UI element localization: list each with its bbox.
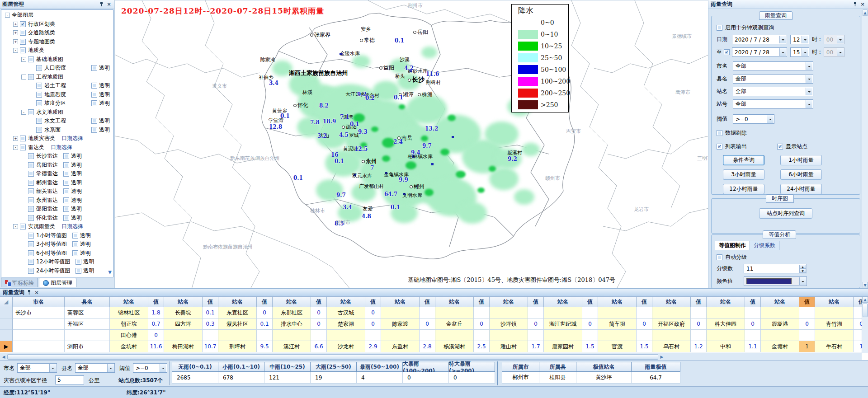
layer-checkbox[interactable] xyxy=(28,171,34,177)
cell-station-value[interactable]: 0 xyxy=(854,318,862,330)
col-header-value[interactable]: 值 xyxy=(420,297,435,307)
col-header-value[interactable]: 值 xyxy=(528,297,544,307)
spin-up-icon[interactable]: ▲ xyxy=(799,265,806,269)
cell-station-value[interactable]: 11.6 xyxy=(148,341,164,352)
cell-station-name[interactable]: 湘江世纪城 xyxy=(544,318,582,330)
cell-station-value[interactable]: 1 xyxy=(799,341,815,352)
col-header-station[interactable]: 站名 xyxy=(815,297,854,307)
col-header-value[interactable]: 值 xyxy=(799,297,815,307)
collapse-icon[interactable]: - xyxy=(5,13,10,18)
layer-checkbox[interactable] xyxy=(20,145,26,150)
cell-station-value[interactable]: 0 xyxy=(745,318,761,330)
layer-checkbox[interactable] xyxy=(36,92,42,98)
cell-station-name[interactable] xyxy=(381,330,420,341)
button-24小时雨量[interactable]: 24小时雨量 xyxy=(780,184,822,194)
table-vertical-scrollbar[interactable]: ▲ xyxy=(862,297,868,353)
cell-station-value[interactable] xyxy=(745,330,761,341)
cell-city[interactable]: 长沙市 xyxy=(13,307,65,318)
col-header-value[interactable]: 值 xyxy=(691,297,707,307)
col-header-value[interactable]: 值 xyxy=(203,297,218,307)
cell-station-name[interactable] xyxy=(327,330,365,341)
pin-icon[interactable] xyxy=(26,290,32,296)
cell-station-name[interactable]: 简车坝 xyxy=(598,318,637,330)
layer-checkbox[interactable] xyxy=(28,180,34,186)
tree-item-12小时等值图[interactable]: 12小时等值图透明 xyxy=(1,258,113,267)
cell-station-name[interactable]: 东盈村 xyxy=(381,341,420,352)
transparency-checkbox[interactable] xyxy=(75,268,81,274)
transparency-checkbox[interactable] xyxy=(63,215,69,221)
cell-station-value[interactable]: 2.9 xyxy=(365,341,381,352)
cell-station-value[interactable] xyxy=(420,307,435,318)
cell-station-name[interactable] xyxy=(435,330,474,341)
transparency-toggle[interactable]: 透明 xyxy=(63,214,82,222)
col-header-station[interactable]: 站名 xyxy=(327,297,365,307)
cell-county[interactable]: 芙蓉区 xyxy=(65,307,110,318)
scroll-right-icon[interactable]: ▶ xyxy=(658,354,665,360)
transparency-toggle[interactable]: 透明 xyxy=(63,187,82,195)
tree-item-地质灾害类[interactable]: +地质灾害类日期选择 xyxy=(1,134,113,143)
tree-item-交通路线类[interactable]: +交通路线类 xyxy=(1,28,113,37)
col-header-value[interactable]: 值 xyxy=(365,297,381,307)
cell-station-value[interactable]: 9.5 xyxy=(257,341,273,352)
button-6小时雨量[interactable]: 6小时雨量 xyxy=(780,169,822,180)
grade-count-stepper[interactable]: 11 ▲▼ xyxy=(744,264,807,273)
map-canvas[interactable]: 张家界常德安乡岳阳金陵水库陈家湾补抽乡湘西土家族苗族自治州益阳沙溪红砂水库桥头长… xyxy=(114,0,708,288)
transparency-toggle[interactable]: 透明 xyxy=(75,267,94,275)
row-selector[interactable] xyxy=(0,307,13,318)
county-select[interactable]: 全部 xyxy=(733,74,813,84)
date-select-link[interactable]: 日期选择 xyxy=(51,144,72,151)
cell-station-name[interactable]: 古汉城 xyxy=(327,307,365,318)
hour-to-select[interactable]: 15 xyxy=(790,47,809,57)
cell-station-name[interactable]: 陈家渡 xyxy=(381,318,420,330)
transparency-checkbox[interactable] xyxy=(63,153,69,159)
tab-isoline-make[interactable]: 等值图制作 xyxy=(715,241,750,250)
transparency-toggle[interactable]: 透明 xyxy=(63,152,82,160)
transparency-toggle[interactable]: 透明 xyxy=(63,170,82,178)
transparency-checkbox[interactable] xyxy=(63,180,69,186)
cell-station-value[interactable]: 0 xyxy=(311,318,327,330)
cell-station-name[interactable]: 沙龙村 xyxy=(327,341,365,352)
cell-station-name[interactable] xyxy=(815,330,854,341)
col-header-value[interactable]: 值 xyxy=(148,297,164,307)
cell-station-name[interactable] xyxy=(164,330,203,341)
date-from-picker[interactable]: 2020 / 7 / 28 xyxy=(732,35,787,44)
scroll-thumb[interactable] xyxy=(7,354,658,360)
tree-item-水文地质图[interactable]: -水文地质图 xyxy=(1,108,113,117)
close-icon[interactable]: × xyxy=(106,1,112,8)
col-header-station[interactable]: 站名 xyxy=(164,297,203,307)
col-header-value[interactable]: 值 xyxy=(854,297,862,307)
tree-item-6小时等值图[interactable]: 6小时等值图透明 xyxy=(1,249,113,258)
expand-icon[interactable]: + xyxy=(13,22,18,27)
cell-station-value[interactable]: 0 xyxy=(528,318,544,330)
cell-station-value[interactable]: 0.3 xyxy=(203,318,218,330)
layer-checkbox[interactable] xyxy=(28,241,34,247)
cell-station-value[interactable] xyxy=(474,307,490,318)
list-output-row[interactable]: 列表输出 xyxy=(717,143,747,150)
transparency-checkbox[interactable] xyxy=(63,206,69,212)
tree-scroll-down-icon[interactable]: ▼ xyxy=(108,270,112,275)
tree-item-地质类[interactable]: -地质类 xyxy=(1,46,113,55)
show-station-row[interactable]: 显示站点 xyxy=(777,143,807,150)
cell-station-value[interactable]: 0 xyxy=(148,330,164,341)
tree-item-雷达类[interactable]: -雷达类日期选择 xyxy=(1,143,113,152)
buffer-radius-input[interactable]: 5 xyxy=(55,375,84,384)
ten-minute-checkbox-row[interactable]: 启用十分钟观测查询 xyxy=(717,24,774,32)
city-select[interactable]: 全部 xyxy=(733,61,813,71)
cell-station-value[interactable] xyxy=(528,307,544,318)
cell-station-value[interactable]: 0 xyxy=(799,318,815,330)
spin-down-icon[interactable]: ▼ xyxy=(799,269,806,273)
cell-station-value[interactable] xyxy=(799,330,815,341)
cell-station-name[interactable]: 科大佳园 xyxy=(707,318,745,330)
transparency-toggle[interactable]: 透明 xyxy=(75,258,94,266)
cell-station-name[interactable]: 青竹湖 xyxy=(815,318,854,330)
transparency-toggle[interactable]: 透明 xyxy=(63,179,82,187)
layer-checkbox[interactable] xyxy=(36,65,42,71)
transparency-checkbox[interactable] xyxy=(91,83,97,89)
cell-station-value[interactable]: 0 xyxy=(311,307,327,318)
layer-checkbox[interactable] xyxy=(20,39,26,45)
cell-station-value[interactable] xyxy=(691,330,707,341)
cell-station-value[interactable]: 1.5 xyxy=(582,341,598,352)
layer-checkbox[interactable] xyxy=(28,259,34,265)
cell-station-name[interactable]: 四方坪 xyxy=(164,318,203,330)
col-header-value[interactable]: 值 xyxy=(311,297,327,307)
